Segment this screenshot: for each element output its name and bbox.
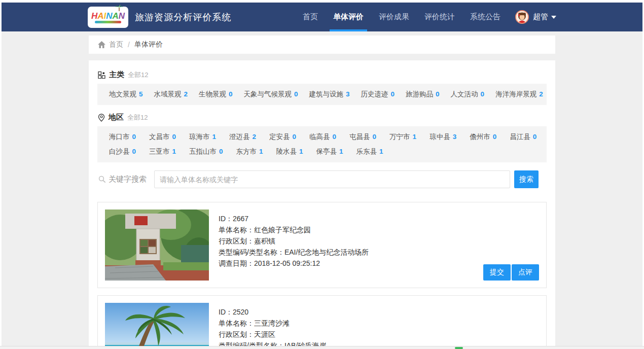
- result-card: ID：2667 单体名称：红色娘子军纪念园 行政区划：嘉积镇 类型编码/类型名称…: [97, 202, 547, 288]
- result-info: ID：2667 单体名称：红色娘子军纪念园 行政区划：嘉积镇 类型编码/类型名称…: [219, 210, 539, 281]
- region-link[interactable]: 东方市1: [236, 147, 263, 156]
- result-thumbnail-beach: [105, 303, 209, 349]
- category-link[interactable]: 建筑与设施3: [309, 90, 350, 99]
- user-menu[interactable]: 超管: [515, 10, 556, 24]
- region-link[interactable]: 琼海市1: [189, 132, 216, 142]
- region-filter-total[interactable]: 全部12: [127, 113, 148, 122]
- result-thumbnail-memorial: [105, 210, 209, 281]
- result-district: 行政区划：嘉积镇: [219, 235, 539, 247]
- user-avatar[interactable]: [515, 10, 529, 24]
- nav-item-home[interactable]: 首页: [295, 3, 326, 31]
- region-link[interactable]: 澄迈县2: [229, 132, 256, 142]
- main-panel: 主类 全部12 地文景观5 水域景观2 生物景观0 天象与气候景观0 建筑与设施…: [89, 60, 555, 349]
- category-filter-total[interactable]: 全部12: [128, 71, 148, 80]
- region-link[interactable]: 定安县0: [269, 132, 296, 142]
- result-district: 行政区划：天涯区: [219, 329, 539, 340]
- region-link[interactable]: 琼中县3: [430, 132, 456, 142]
- result-id: ID：2520: [219, 306, 539, 318]
- search-button[interactable]: 搜索: [514, 170, 539, 188]
- region-link[interactable]: 万宁市1: [389, 132, 416, 142]
- nav-item-single-evaluation[interactable]: 单体评价: [326, 3, 371, 31]
- chevron-down-icon: [551, 16, 556, 19]
- submit-button[interactable]: 提交: [483, 264, 511, 281]
- breadcrumb-home-link[interactable]: 首页: [109, 40, 123, 49]
- scroll-indicator: [455, 347, 463, 349]
- nav-item-evaluation-results[interactable]: 评价成果: [371, 3, 417, 31]
- active-tab-underline: [330, 29, 367, 31]
- category-link[interactable]: 天象与气候景观0: [244, 90, 298, 99]
- user-name: 超管: [533, 12, 548, 22]
- page-frame: HAINAN 旅游资源分析评价系统 首页 单体评价 评价成果 评价统计: [0, 0, 644, 349]
- location-pin-icon: [98, 114, 105, 122]
- category-filter-strip: 地文景观5 水域景观2 生物景观0 天象与气候景观0 建筑与设施3 历史遗迹0 …: [97, 84, 547, 105]
- nav-item-system-announcement[interactable]: 系统公告: [462, 3, 508, 31]
- region-link[interactable]: 临高县0: [309, 132, 336, 142]
- region-link[interactable]: 屯昌县0: [349, 132, 376, 142]
- category-filter-header: 主类 全部12: [97, 65, 547, 84]
- category-icon: [98, 71, 105, 79]
- region-link[interactable]: 三亚市1: [149, 147, 176, 156]
- app-title: 旅游资源分析评价系统: [135, 11, 231, 23]
- category-link[interactable]: 地文景观5: [109, 90, 143, 99]
- result-card: ID：2520 单体名称：三亚湾沙滩 行政区划：天涯区 类型编码/类型名称：IA…: [97, 295, 547, 349]
- breadcrumb: 首页 / 单体评价: [89, 36, 555, 54]
- breadcrumb-separator: /: [128, 41, 130, 49]
- category-filter-title: 主类: [109, 70, 124, 80]
- category-link[interactable]: 历史遗迹0: [361, 90, 395, 99]
- region-link[interactable]: 陵水县1: [276, 147, 303, 156]
- region-link[interactable]: 海口市0: [109, 132, 136, 142]
- home-icon: [98, 41, 105, 48]
- region-link[interactable]: 昌江县0: [510, 132, 536, 142]
- breadcrumb-current: 单体评价: [134, 40, 163, 49]
- keyword-search-row: 关键字搜索 搜索: [97, 170, 547, 188]
- category-link[interactable]: 水域景观2: [154, 90, 188, 99]
- nav-item-evaluation-statistics[interactable]: 评价统计: [417, 3, 462, 31]
- search-icon: [98, 176, 106, 183]
- search-input[interactable]: [154, 170, 510, 188]
- hainan-logo[interactable]: HAINAN: [88, 7, 128, 28]
- result-actions: 提交 点评: [482, 264, 539, 281]
- comment-button[interactable]: 点评: [512, 264, 539, 281]
- region-link[interactable]: 白沙县0: [109, 147, 136, 156]
- keyword-search-label: 关键字搜索: [98, 174, 147, 184]
- logo-wave: [95, 21, 121, 23]
- result-info: ID：2520 单体名称：三亚湾沙滩 行政区划：天涯区 类型编码/类型名称：IA…: [219, 303, 539, 349]
- result-name: 单体名称：三亚湾沙滩: [219, 318, 539, 329]
- result-type: 类型编码/类型名称：EAI/纪念地与纪念活动场所: [219, 247, 539, 258]
- main-nav: 首页 单体评价 评价成果 评价统计 系统公告: [295, 3, 556, 31]
- region-filter-header: 地区 全部12: [97, 108, 547, 126]
- category-link[interactable]: 生物景观0: [199, 90, 233, 99]
- horizontal-scrollbar[interactable]: [0, 346, 644, 349]
- result-name: 单体名称：红色娘子军纪念园: [219, 224, 539, 235]
- region-filter-strip: 海口市0 文昌市0 琼海市1 澄迈县2 定安县0 临高县0 屯昌县0 万宁市1 …: [97, 126, 547, 162]
- palm-tree-icon: [115, 5, 123, 12]
- region-link[interactable]: 保亭县1: [316, 147, 343, 156]
- region-link[interactable]: 五指山市0: [189, 147, 223, 156]
- logo-text: HAINAN: [91, 12, 125, 20]
- region-link[interactable]: 乐东县1: [356, 147, 383, 156]
- page-content: 首页 / 单体评价 主类 全部12: [2, 31, 642, 349]
- category-link[interactable]: 旅游购品0: [406, 90, 440, 99]
- region-filter-title: 地区: [109, 113, 124, 122]
- region-link[interactable]: 儋州市0: [470, 132, 496, 142]
- top-navbar: HAINAN 旅游资源分析评价系统 首页 单体评价 评价成果 评价统计: [2, 3, 642, 31]
- category-link[interactable]: 海洋海岸景观2: [495, 90, 543, 99]
- result-id: ID：2667: [219, 213, 539, 224]
- region-link[interactable]: 文昌市0: [149, 132, 176, 142]
- category-link[interactable]: 人文活动0: [451, 90, 485, 99]
